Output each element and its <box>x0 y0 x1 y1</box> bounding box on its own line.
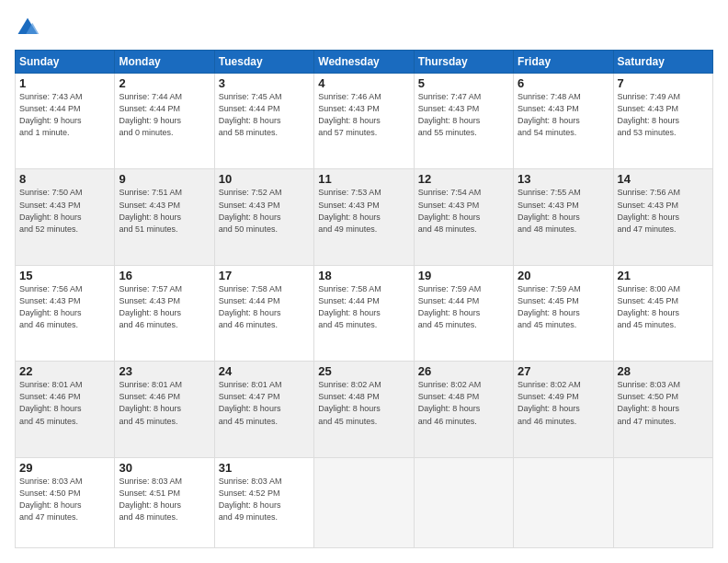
day-number: 25 <box>318 364 409 378</box>
calendar-cell <box>314 457 414 547</box>
calendar-week-row: 22Sunrise: 8:01 AM Sunset: 4:46 PM Dayli… <box>16 362 713 457</box>
day-number: 23 <box>119 364 210 378</box>
day-info: Sunrise: 8:02 AM Sunset: 4:48 PM Dayligh… <box>318 379 409 427</box>
day-number: 31 <box>219 461 310 475</box>
day-info: Sunrise: 7:53 AM Sunset: 4:43 PM Dayligh… <box>318 187 409 235</box>
calendar-cell <box>514 457 613 547</box>
header <box>15 15 713 40</box>
calendar-cell: 17Sunrise: 7:58 AM Sunset: 4:44 PM Dayli… <box>214 265 313 361</box>
calendar-cell: 12Sunrise: 7:54 AM Sunset: 4:43 PM Dayli… <box>414 169 513 265</box>
logo <box>15 15 44 40</box>
calendar-cell: 5Sunrise: 7:47 AM Sunset: 4:43 PM Daylig… <box>414 74 513 169</box>
day-number: 26 <box>418 364 509 378</box>
calendar-cell: 15Sunrise: 7:56 AM Sunset: 4:43 PM Dayli… <box>16 265 115 361</box>
day-number: 19 <box>418 269 509 282</box>
day-info: Sunrise: 7:59 AM Sunset: 4:44 PM Dayligh… <box>418 283 509 331</box>
day-info: Sunrise: 7:57 AM Sunset: 4:43 PM Dayligh… <box>119 283 210 331</box>
calendar-week-row: 1Sunrise: 7:43 AM Sunset: 4:44 PM Daylig… <box>16 74 713 169</box>
calendar-cell: 25Sunrise: 8:02 AM Sunset: 4:48 PM Dayli… <box>314 362 414 457</box>
day-info: Sunrise: 7:51 AM Sunset: 4:43 PM Dayligh… <box>119 187 210 235</box>
calendar-week-row: 29Sunrise: 8:03 AM Sunset: 4:50 PM Dayli… <box>16 457 713 547</box>
calendar-header-row: SundayMondayTuesdayWednesdayThursdayFrid… <box>16 51 713 74</box>
calendar-cell: 6Sunrise: 7:48 AM Sunset: 4:43 PM Daylig… <box>514 74 613 169</box>
calendar-cell: 2Sunrise: 7:44 AM Sunset: 4:44 PM Daylig… <box>115 74 214 169</box>
day-info: Sunrise: 8:01 AM Sunset: 4:46 PM Dayligh… <box>19 379 110 427</box>
day-number: 2 <box>119 76 210 90</box>
day-number: 24 <box>219 364 310 378</box>
day-number: 8 <box>19 172 110 186</box>
calendar-cell: 21Sunrise: 8:00 AM Sunset: 4:45 PM Dayli… <box>613 265 712 361</box>
day-number: 27 <box>518 364 609 378</box>
day-number: 9 <box>119 172 210 186</box>
calendar-cell: 19Sunrise: 7:59 AM Sunset: 4:44 PM Dayli… <box>414 265 513 361</box>
day-info: Sunrise: 8:03 AM Sunset: 4:50 PM Dayligh… <box>19 476 110 523</box>
day-number: 29 <box>19 461 110 475</box>
day-number: 11 <box>318 172 409 186</box>
day-number: 22 <box>19 364 110 378</box>
day-info: Sunrise: 7:56 AM Sunset: 4:43 PM Dayligh… <box>19 283 110 331</box>
calendar-cell: 16Sunrise: 7:57 AM Sunset: 4:43 PM Dayli… <box>115 265 214 361</box>
day-info: Sunrise: 7:55 AM Sunset: 4:43 PM Dayligh… <box>518 187 609 235</box>
day-info: Sunrise: 7:49 AM Sunset: 4:43 PM Dayligh… <box>618 91 709 139</box>
calendar-cell: 24Sunrise: 8:01 AM Sunset: 4:47 PM Dayli… <box>214 362 313 457</box>
calendar-cell: 18Sunrise: 7:58 AM Sunset: 4:44 PM Dayli… <box>314 265 414 361</box>
calendar-week-row: 15Sunrise: 7:56 AM Sunset: 4:43 PM Dayli… <box>16 265 713 361</box>
day-number: 1 <box>19 76 110 90</box>
calendar-cell: 1Sunrise: 7:43 AM Sunset: 4:44 PM Daylig… <box>16 74 115 169</box>
day-number: 30 <box>119 461 210 475</box>
calendar-cell: 14Sunrise: 7:56 AM Sunset: 4:43 PM Dayli… <box>613 169 712 265</box>
day-number: 5 <box>418 76 509 90</box>
day-info: Sunrise: 7:45 AM Sunset: 4:44 PM Dayligh… <box>219 91 310 139</box>
day-number: 15 <box>19 269 110 282</box>
day-info: Sunrise: 7:54 AM Sunset: 4:43 PM Dayligh… <box>418 187 509 235</box>
day-number: 28 <box>618 364 709 378</box>
day-number: 20 <box>518 269 609 282</box>
day-info: Sunrise: 7:48 AM Sunset: 4:43 PM Dayligh… <box>518 91 609 139</box>
day-info: Sunrise: 8:02 AM Sunset: 4:48 PM Dayligh… <box>418 379 509 427</box>
weekday-header: Saturday <box>613 51 712 74</box>
day-number: 6 <box>518 76 609 90</box>
day-info: Sunrise: 8:00 AM Sunset: 4:45 PM Dayligh… <box>618 283 709 331</box>
calendar-cell <box>414 457 513 547</box>
weekday-header: Tuesday <box>214 51 313 74</box>
day-number: 12 <box>418 172 509 186</box>
day-number: 21 <box>618 269 709 282</box>
calendar-cell: 31Sunrise: 8:03 AM Sunset: 4:52 PM Dayli… <box>214 457 313 547</box>
calendar-cell: 10Sunrise: 7:52 AM Sunset: 4:43 PM Dayli… <box>214 169 313 265</box>
calendar-cell: 23Sunrise: 8:01 AM Sunset: 4:46 PM Dayli… <box>115 362 214 457</box>
day-number: 17 <box>219 269 310 282</box>
calendar-cell: 27Sunrise: 8:02 AM Sunset: 4:49 PM Dayli… <box>514 362 613 457</box>
day-info: Sunrise: 8:03 AM Sunset: 4:51 PM Dayligh… <box>119 476 210 523</box>
calendar-body: 1Sunrise: 7:43 AM Sunset: 4:44 PM Daylig… <box>16 74 713 548</box>
calendar-cell <box>613 457 712 547</box>
weekday-header: Wednesday <box>314 51 414 74</box>
day-info: Sunrise: 7:50 AM Sunset: 4:43 PM Dayligh… <box>19 187 110 235</box>
day-info: Sunrise: 7:59 AM Sunset: 4:45 PM Dayligh… <box>518 283 609 331</box>
weekday-header: Friday <box>514 51 613 74</box>
calendar-cell: 26Sunrise: 8:02 AM Sunset: 4:48 PM Dayli… <box>414 362 513 457</box>
day-info: Sunrise: 8:03 AM Sunset: 4:50 PM Dayligh… <box>618 379 709 427</box>
logo-icon <box>15 15 40 40</box>
calendar-cell: 22Sunrise: 8:01 AM Sunset: 4:46 PM Dayli… <box>16 362 115 457</box>
day-info: Sunrise: 7:46 AM Sunset: 4:43 PM Dayligh… <box>318 91 409 139</box>
page: SundayMondayTuesdayWednesdayThursdayFrid… <box>0 0 728 563</box>
day-number: 18 <box>318 269 409 282</box>
calendar-cell: 30Sunrise: 8:03 AM Sunset: 4:51 PM Dayli… <box>115 457 214 547</box>
day-number: 4 <box>318 76 409 90</box>
calendar-cell: 20Sunrise: 7:59 AM Sunset: 4:45 PM Dayli… <box>514 265 613 361</box>
weekday-header: Thursday <box>414 51 513 74</box>
calendar-cell: 3Sunrise: 7:45 AM Sunset: 4:44 PM Daylig… <box>214 74 313 169</box>
day-info: Sunrise: 7:47 AM Sunset: 4:43 PM Dayligh… <box>418 91 509 139</box>
day-info: Sunrise: 7:58 AM Sunset: 4:44 PM Dayligh… <box>318 283 409 331</box>
calendar-cell: 7Sunrise: 7:49 AM Sunset: 4:43 PM Daylig… <box>613 74 712 169</box>
day-info: Sunrise: 8:03 AM Sunset: 4:52 PM Dayligh… <box>219 476 310 523</box>
day-info: Sunrise: 8:01 AM Sunset: 4:47 PM Dayligh… <box>219 379 310 427</box>
day-number: 3 <box>219 76 310 90</box>
calendar-cell: 9Sunrise: 7:51 AM Sunset: 4:43 PM Daylig… <box>115 169 214 265</box>
day-number: 16 <box>119 269 210 282</box>
day-number: 10 <box>219 172 310 186</box>
calendar-cell: 4Sunrise: 7:46 AM Sunset: 4:43 PM Daylig… <box>314 74 414 169</box>
calendar-cell: 11Sunrise: 7:53 AM Sunset: 4:43 PM Dayli… <box>314 169 414 265</box>
calendar-table: SundayMondayTuesdayWednesdayThursdayFrid… <box>15 50 713 548</box>
day-info: Sunrise: 7:44 AM Sunset: 4:44 PM Dayligh… <box>119 91 210 139</box>
